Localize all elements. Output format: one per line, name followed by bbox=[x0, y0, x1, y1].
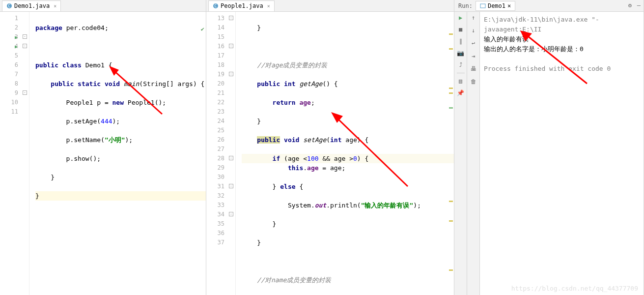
wrap-icon[interactable]: ↩ bbox=[470, 39, 477, 47]
pin-icon[interactable]: 📌 bbox=[457, 89, 465, 97]
code-mid[interactable]: } //对age成员变量的封装 public int getAge() { re… bbox=[236, 12, 454, 295]
fold-icon[interactable]: - bbox=[229, 72, 233, 76]
fold-icon[interactable]: - bbox=[23, 90, 27, 95]
run-toolbar-secondary: ↑ ↓ ↩ ⇥ 🖶 🗑 bbox=[467, 12, 480, 295]
scroll-icon[interactable]: ⇥ bbox=[470, 52, 477, 60]
editor-left[interactable]: 1 2 3▶- 4▶- 5 6 7 8 9- 10 11 package per… bbox=[0, 12, 206, 295]
fold-icon[interactable]: - bbox=[23, 34, 27, 39]
layout-icon[interactable]: ▤ bbox=[457, 77, 465, 85]
java-class-icon: C bbox=[6, 3, 12, 9]
svg-text:C: C bbox=[8, 4, 11, 8]
fold-icon[interactable]: - bbox=[229, 16, 233, 20]
hide-icon[interactable]: — bbox=[637, 2, 641, 9]
status-check-icon: ✔ bbox=[201, 26, 204, 32]
run-tab-label: Demo1 bbox=[488, 2, 505, 9]
pause-icon[interactable]: ∥ bbox=[457, 37, 465, 45]
fold-icon[interactable]: - bbox=[23, 44, 27, 48]
svg-text:C: C bbox=[215, 4, 217, 8]
tab-label: People1.java bbox=[221, 2, 263, 9]
close-icon[interactable]: × bbox=[507, 2, 511, 9]
console-line: 输出的人的名字是：小明年龄是：0 bbox=[484, 44, 640, 54]
run-label: Run: bbox=[458, 2, 473, 9]
java-class-icon: C bbox=[213, 3, 219, 9]
tab-demo1[interactable]: C Demo1.java × bbox=[2, 0, 61, 11]
console-output[interactable]: E:\java\jdk-11\bin\java.exe "-javaagent:… bbox=[480, 12, 644, 295]
gutter-mid: 13- 14 15 16- 17 18 19- 20 21 22 23 24 2… bbox=[206, 12, 236, 295]
tab-people1[interactable]: C People1.java × bbox=[208, 0, 275, 11]
tabbar-mid: C People1.java × bbox=[206, 0, 454, 12]
tabbar-left: C Demo1.java × bbox=[0, 0, 206, 12]
fold-icon[interactable]: - bbox=[229, 184, 233, 188]
run-toolbar-primary: ▶ ■ ∥ 📷 ⤴ ▤ 📌 bbox=[454, 12, 467, 295]
run-header: Run: Demo1 × ⚙ — bbox=[454, 0, 644, 12]
clear-icon[interactable]: 🗑 bbox=[470, 78, 477, 86]
watermark: https://blog.csdn.net/qq_44377709 bbox=[511, 285, 638, 292]
run-config-icon bbox=[480, 3, 486, 9]
console-line: 输入的年龄有误 bbox=[484, 34, 640, 44]
down-icon[interactable]: ↓ bbox=[470, 27, 477, 34]
stop-icon[interactable]: ■ bbox=[457, 26, 465, 33]
gutter-left: 1 2 3▶- 4▶- 5 6 7 8 9- 10 11 bbox=[0, 12, 29, 295]
close-icon[interactable]: × bbox=[54, 3, 56, 9]
console-exit: Process finished with exit code 0 bbox=[484, 64, 640, 74]
rerun-icon[interactable]: ▶ bbox=[457, 14, 465, 22]
fold-icon[interactable]: - bbox=[229, 44, 233, 48]
dump-icon[interactable]: 📷 bbox=[457, 49, 465, 57]
console-command: E:\java\jdk-11\bin\java.exe "-javaagent:… bbox=[484, 15, 640, 34]
run-gutter-icon[interactable]: ▶ bbox=[15, 42, 18, 51]
run-tab[interactable]: Demo1 × bbox=[476, 1, 515, 11]
svg-rect-8 bbox=[480, 4, 485, 8]
fold-icon[interactable]: - bbox=[229, 156, 233, 160]
marker-stripe bbox=[448, 24, 454, 295]
close-icon[interactable]: × bbox=[267, 3, 270, 9]
gear-icon[interactable]: ⚙ bbox=[628, 2, 632, 9]
print-icon[interactable]: 🖶 bbox=[470, 65, 477, 73]
editor-mid[interactable]: 13- 14 15 16- 17 18 19- 20 21 22 23 24 2… bbox=[206, 12, 454, 295]
tab-label: Demo1.java bbox=[14, 2, 50, 9]
code-left[interactable]: package per.code04; public class Demo1 {… bbox=[29, 12, 206, 295]
run-gutter-icon[interactable]: ▶ bbox=[15, 32, 18, 42]
exit-icon[interactable]: ⤴ bbox=[457, 61, 465, 69]
fold-icon[interactable]: - bbox=[229, 212, 233, 216]
up-icon[interactable]: ↑ bbox=[470, 14, 477, 22]
